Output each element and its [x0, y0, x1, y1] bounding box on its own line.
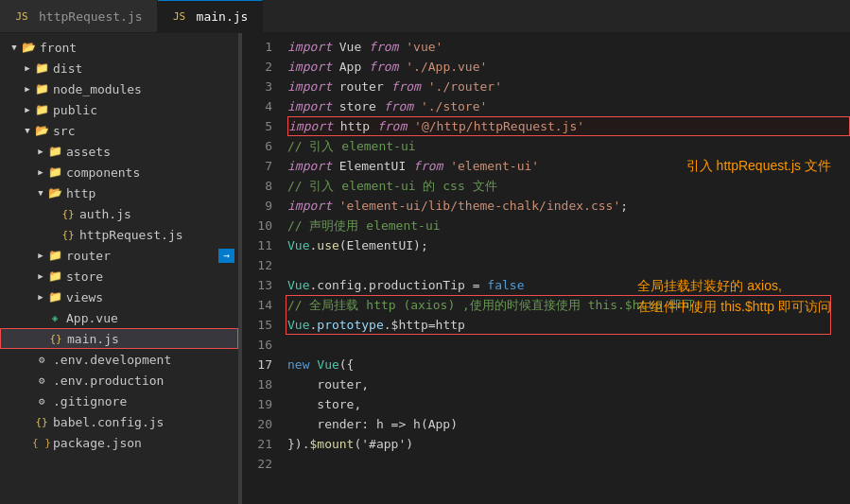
- sidebar-item-node-modules[interactable]: node_modules: [0, 78, 238, 99]
- sidebar-item-env-dev[interactable]: ⚙ .env.development: [0, 349, 238, 370]
- sidebar-item-src[interactable]: src: [0, 120, 238, 141]
- tab-httpRequest-label: httpRequest.js: [39, 9, 143, 24]
- sidebar-item-babel[interactable]: {} babel.config.js: [0, 411, 238, 432]
- arrow-components: [34, 165, 47, 179]
- sidebar-item-main-js[interactable]: {} main.js: [0, 328, 238, 349]
- sidebar-label-babel: babel.config.js: [53, 415, 238, 429]
- ln-13: 13: [242, 275, 272, 295]
- ln-11: 11: [242, 235, 272, 255]
- file-icon-httpRequest-js: {}: [61, 227, 76, 242]
- sidebar-item-package[interactable]: { } package.json: [0, 432, 238, 453]
- ln-9: 9: [242, 196, 272, 216]
- ln-12: 12: [242, 255, 272, 275]
- code-lines: import Vue from 'vue' import App from '.…: [287, 37, 850, 504]
- ln-2: 2: [242, 57, 272, 77]
- sidebar-item-store[interactable]: store: [0, 266, 238, 287]
- file-icon-env-prod: ⚙: [34, 373, 49, 388]
- sidebar-item-front[interactable]: front: [0, 37, 238, 58]
- folder-icon-http: [47, 185, 62, 200]
- ln-20: 20: [242, 414, 272, 434]
- sidebar-label-components: components: [66, 165, 238, 180]
- code-line-1: import Vue from 'vue': [287, 37, 850, 57]
- folder-icon-router: [47, 248, 62, 263]
- sidebar-item-assets[interactable]: assets: [0, 141, 238, 162]
- sidebar-label-auth-js: auth.js: [79, 207, 238, 221]
- sidebar-label-assets: assets: [66, 145, 238, 159]
- code-line-8: // 引入 element-ui 的 css 文件: [287, 176, 850, 196]
- sidebar-item-dist[interactable]: dist: [0, 58, 238, 78]
- code-line-7: import ElementUI from 'element-ui' 引入 ht…: [287, 156, 850, 176]
- sidebar-item-app-vue[interactable]: ◈ App.vue: [0, 307, 238, 328]
- arrow-src: [21, 124, 34, 137]
- folder-icon-store: [47, 269, 62, 284]
- sidebar-label-httpRequest-js: httpRequest.js: [79, 228, 238, 242]
- sidebar-item-httpRequest-js[interactable]: {} httpRequest.js: [0, 224, 238, 245]
- editor-area: 1 2 3 4 5 6 7 8 9 10 11 12 13 14 15 16 1…: [242, 33, 850, 504]
- ln-6: 6: [242, 136, 272, 156]
- sidebar-label-node-modules: node_modules: [53, 82, 238, 96]
- lines-14-15-container: // 全局挂载 http (axios) ,使用的时候直接使用 this.$ht…: [287, 295, 850, 335]
- line-numbers: 1 2 3 4 5 6 7 8 9 10 11 12 13 14 15 16 1…: [242, 37, 287, 504]
- ln-8: 8: [242, 176, 272, 196]
- code-line-17: new Vue ({: [287, 355, 850, 374]
- ln-19: 19: [242, 394, 272, 414]
- ln-3: 3: [242, 77, 272, 96]
- arrow-public: [21, 103, 34, 116]
- ln-21: 21: [242, 434, 272, 454]
- folder-icon-node-modules: [34, 81, 49, 96]
- sidebar-label-dist: dist: [53, 61, 238, 76]
- tab-httpRequest[interactable]: JS httpRequest.js: [0, 0, 158, 32]
- code-line-9: import 'element-ui/lib/theme-chalk/index…: [287, 196, 850, 216]
- sidebar-label-router: router: [66, 249, 111, 263]
- sidebar-label-main-js: main.js: [67, 332, 237, 346]
- arrow-http: [34, 186, 47, 200]
- sidebar-item-auth-js[interactable]: {} auth.js: [0, 203, 238, 224]
- code-line-22: [287, 454, 850, 474]
- code-line-6: // 引入 element-ui: [287, 136, 850, 156]
- sidebar-label-src: src: [53, 124, 238, 138]
- arrow-store: [34, 269, 47, 283]
- sidebar-item-http[interactable]: http: [0, 182, 238, 203]
- folder-icon-views: [47, 289, 62, 304]
- ln-5: 5: [242, 116, 272, 136]
- sidebar-label-gitignore: .gitignore: [53, 394, 238, 408]
- sidebar-label-store: store: [66, 269, 238, 284]
- arrow-router: [34, 249, 47, 262]
- tab-main-label: main.js: [197, 9, 249, 24]
- ln-10: 10: [242, 216, 272, 235]
- sidebar-label-front: front: [40, 41, 238, 55]
- sidebar-label-http: http: [66, 186, 238, 200]
- arrow-node-modules: [21, 82, 34, 96]
- folder-icon-dist: [34, 61, 49, 76]
- code-line-15: Vue . prototype .$http=http 全局挂载封装好的 axi…: [287, 315, 850, 335]
- folder-icon-components: [47, 165, 62, 180]
- arrow-dist: [21, 61, 34, 75]
- folder-icon-assets: [47, 144, 62, 159]
- code-line-21: }). $mount ('#app'): [287, 434, 850, 454]
- annotation-axios: 全局挂载封装好的 axios,在组件中使用 this.$http 即可访问: [637, 275, 831, 318]
- ln-15: 15: [242, 315, 272, 335]
- code-line-19: store,: [287, 394, 850, 414]
- code-line-11: Vue . use (ElementUI);: [287, 235, 850, 255]
- code-line-2: import App from './App.vue': [287, 57, 850, 77]
- ln-4: 4: [242, 96, 272, 116]
- sidebar-label-env-prod: .env.production: [53, 374, 238, 388]
- sidebar-item-components[interactable]: components: [0, 162, 238, 182]
- folder-icon-front: [21, 40, 36, 55]
- sidebar-item-router[interactable]: router →: [0, 245, 238, 266]
- sidebar-item-views[interactable]: views: [0, 287, 238, 307]
- file-icon-app-vue: ◈: [47, 310, 62, 325]
- ln-17: 17: [242, 355, 272, 374]
- tab-main[interactable]: JS main.js: [158, 0, 264, 32]
- js-icon-active: JS: [172, 9, 187, 25]
- arrow-views: [34, 290, 47, 304]
- js-icon: JS: [14, 9, 29, 24]
- sidebar-item-gitignore[interactable]: ⚙ .gitignore: [0, 391, 238, 411]
- sidebar-item-env-prod[interactable]: ⚙ .env.production: [0, 370, 238, 391]
- ln-14: 14: [242, 295, 272, 315]
- sidebar-item-public[interactable]: public: [0, 99, 238, 120]
- ln-18: 18: [242, 374, 272, 394]
- code-line-3: import router from './router': [287, 77, 850, 96]
- file-icon-package: { }: [34, 435, 49, 450]
- file-icon-gitignore: ⚙: [34, 393, 49, 408]
